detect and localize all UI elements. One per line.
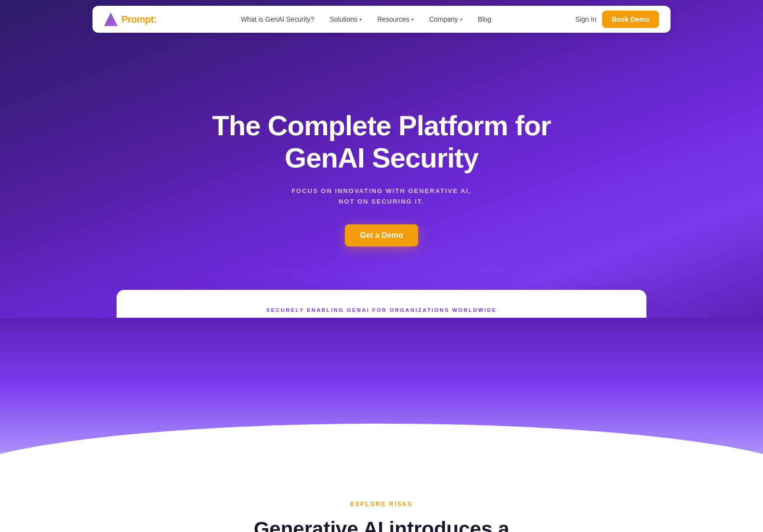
nav-link-company[interactable]: Company ▾	[423, 13, 468, 26]
logo-icon	[104, 13, 118, 26]
hero-title: The Complete Platform for GenAI Security	[198, 110, 565, 174]
sign-in-link[interactable]: Sign In	[576, 15, 597, 23]
nav-actions: Sign In Book Demo	[576, 11, 659, 28]
navbar: Prompt: What is GenAI Security? Solution…	[92, 6, 671, 33]
logos-label: SECURELY ENABLING GENAI FOR ORGANIZATION…	[140, 307, 623, 313]
explore-label: EXPLORE RISKS	[350, 501, 413, 507]
explore-section: EXPLORE RISKS Generative AI introduces a…	[0, 481, 763, 532]
svg-point-5	[0, 424, 763, 481]
nav-links: What is GenAI Security? Solutions ▾ Reso…	[235, 13, 497, 26]
chevron-down-icon: ▾	[411, 17, 414, 22]
explore-title: Generative AI introduces a new array of …	[251, 517, 512, 532]
hero-cta-button[interactable]: Get a Demo	[345, 224, 419, 247]
logo-text: Prompt:	[121, 14, 157, 25]
logo[interactable]: Prompt:	[104, 13, 157, 26]
hero-subtitle: FOCUS ON INNOVATING WITH GENERATIVE AI, …	[291, 186, 472, 207]
curve-separator	[0, 424, 763, 481]
book-demo-button[interactable]: Book Demo	[602, 11, 659, 28]
logos-section: SECURELY ENABLING GENAI FOR ORGANIZATION…	[117, 290, 646, 318]
nav-link-resources[interactable]: Resources ▾	[371, 13, 420, 26]
chevron-down-icon: ▾	[460, 17, 462, 22]
nav-link-genai[interactable]: What is GenAI Security?	[235, 13, 320, 26]
hero-content: The Complete Platform for GenAI Security…	[189, 110, 574, 247]
nav-link-blog[interactable]: Blog	[472, 13, 497, 26]
mid-background	[0, 318, 763, 481]
hero-section: The Complete Platform for GenAI Security…	[0, 0, 763, 318]
chevron-down-icon: ▾	[359, 17, 362, 22]
nav-link-solutions[interactable]: Solutions ▾	[324, 13, 368, 26]
